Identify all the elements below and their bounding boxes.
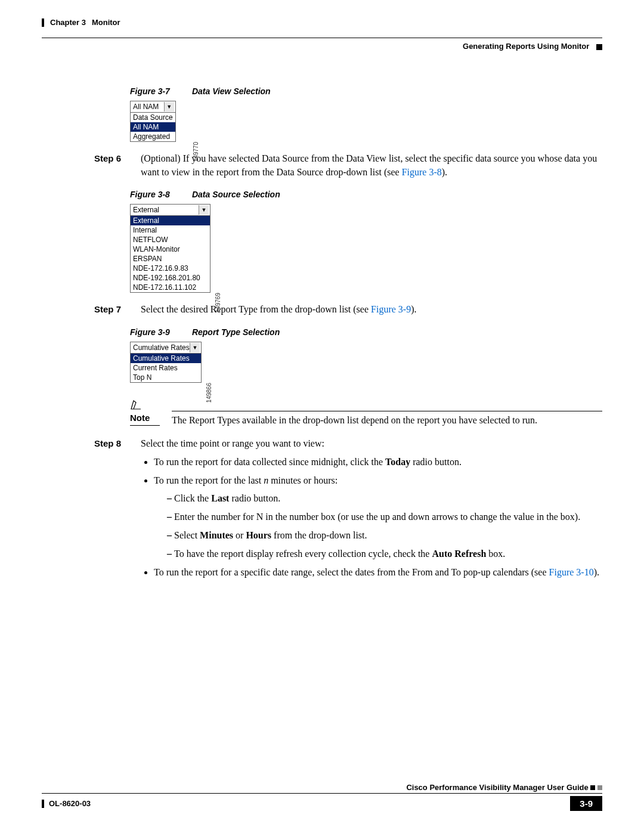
- data-source-dropdown[interactable]: External ▼: [130, 204, 210, 216]
- footer-square-icon: [597, 785, 602, 790]
- bullet-today: To run the report for data collected sin…: [154, 455, 602, 470]
- figure-7-caption: Figure 3-7 Data View Selection: [130, 86, 602, 96]
- figure-7-image: All NAM ▼ Data Source All NAM Aggregated…: [130, 101, 188, 142]
- data-source-options: External Internal NETFLOW WLAN-Monitor E…: [130, 216, 210, 293]
- dropdown-caret-icon: ▼: [199, 205, 209, 215]
- footer-bar-icon: [42, 800, 44, 808]
- data-source-option[interactable]: NDE-172.16.9.83: [131, 264, 210, 273]
- figure-9-num: Figure 3-9: [130, 327, 190, 337]
- section-header: Generating Reports Using Monitor: [42, 38, 602, 51]
- step-8-dashes: Click the Last radio button. Enter the n…: [167, 491, 602, 561]
- figure-3-9-link[interactable]: Figure 3-9: [371, 304, 411, 314]
- figure-3-8-link[interactable]: Figure 3-8: [402, 167, 442, 177]
- header-square-icon: [596, 44, 602, 50]
- report-type-option[interactable]: Current Rates: [131, 363, 201, 373]
- data-view-dropdown[interactable]: All NAM ▼: [130, 101, 176, 113]
- chapter-title: Monitor: [92, 18, 120, 27]
- report-type-selected: Cumulative Rates: [133, 343, 190, 352]
- data-view-option[interactable]: Data Source: [131, 113, 175, 122]
- figure-7-code: 149770: [193, 142, 199, 162]
- data-source-option[interactable]: NDE-172.16.11.102: [131, 283, 210, 292]
- footer-square-icon: [590, 785, 595, 790]
- report-type-option[interactable]: Top N: [131, 373, 201, 382]
- report-type-dropdown[interactable]: Cumulative Rates ▼: [130, 342, 202, 354]
- figure-8-caption: Figure 3-8 Data Source Selection: [130, 190, 602, 199]
- step-8-label: Step 8: [94, 436, 130, 584]
- dash-minutes-hours: Select Minutes or Hours from the drop-do…: [167, 528, 602, 543]
- dash-last: Click the Last radio button.: [167, 491, 602, 506]
- report-type-option[interactable]: Cumulative Rates: [131, 354, 201, 363]
- step-8-intro: Select the time point or range you want …: [141, 436, 602, 450]
- figure-8-title: Data Source Selection: [192, 190, 280, 199]
- bullet-date-range: To run the report for a specific date ra…: [154, 565, 602, 580]
- figure-9-code: 149866: [206, 383, 212, 402]
- running-header: Chapter 3 Monitor: [42, 18, 602, 27]
- figure-7-num: Figure 3-7: [130, 86, 190, 96]
- dropdown-caret-icon: ▼: [164, 102, 174, 112]
- page-number: 3-9: [570, 796, 602, 811]
- note-block: Note The Report Types available in the d…: [130, 400, 602, 426]
- main-content: Figure 3-7 Data View Selection All NAM ▼…: [130, 86, 602, 142]
- footer-doc-id: OL-8620-03: [49, 799, 91, 808]
- data-source-option[interactable]: NETFLOW: [131, 235, 210, 244]
- page-footer: Cisco Performance Visibility Manager Use…: [42, 783, 602, 811]
- data-source-option[interactable]: NDE-192.168.201.80: [131, 273, 210, 283]
- figure-7-title: Data View Selection: [192, 86, 271, 96]
- figure-8-image: External ▼ External Internal NETFLOW WLA…: [130, 204, 210, 293]
- step-8-bullets: To run the report for data collected sin…: [154, 455, 602, 580]
- chapter-label: Chapter 3: [50, 18, 86, 27]
- bullet-last-n: To run the report for the last n minutes…: [154, 473, 602, 562]
- figure-3-10-link[interactable]: Figure 3-10: [549, 567, 594, 577]
- step-6: Step 6 (Optional) If you have selected D…: [94, 151, 602, 179]
- data-view-option[interactable]: All NAM: [131, 122, 175, 132]
- note-label: Note: [130, 413, 160, 426]
- data-source-option[interactable]: ERSPAN: [131, 254, 210, 264]
- figure-9-image: Cumulative Rates ▼ Cumulative Rates Curr…: [130, 342, 202, 383]
- step-7-text-a: Select the desired Report Type from the …: [141, 304, 371, 314]
- dropdown-caret-icon: ▼: [190, 343, 200, 352]
- dash-number: Enter the number for N in the number box…: [167, 510, 602, 525]
- note-text: The Report Types available in the drop-d…: [172, 411, 602, 426]
- step-8: Step 8 Select the time point or range yo…: [94, 436, 602, 584]
- data-source-option[interactable]: Internal: [131, 225, 210, 235]
- data-view-options: Data Source All NAM Aggregated: [130, 113, 176, 142]
- data-source-selected: External: [133, 206, 159, 214]
- step-6-label: Step 6: [94, 151, 130, 179]
- step-6-text-b: ).: [442, 167, 447, 177]
- page: Chapter 3 Monitor Generating Reports Usi…: [0, 0, 644, 829]
- figure-9-title: Report Type Selection: [192, 327, 280, 337]
- data-source-option[interactable]: WLAN-Monitor: [131, 244, 210, 254]
- figure-8-code: 149769: [215, 293, 221, 312]
- section-title: Generating Reports Using Monitor: [463, 42, 589, 51]
- data-view-selected: All NAM: [133, 103, 159, 111]
- data-view-option[interactable]: Aggregated: [131, 132, 175, 141]
- footer-guide: Cisco Performance Visibility Manager Use…: [406, 783, 588, 792]
- figure-8-num: Figure 3-8: [130, 190, 190, 199]
- figure-9-caption: Figure 3-9 Report Type Selection: [130, 327, 602, 337]
- pencil-icon: [130, 400, 143, 410]
- dash-auto-refresh: To have the report display refresh every…: [167, 547, 602, 562]
- step-7-label: Step 7: [94, 302, 130, 316]
- report-type-options: Cumulative Rates Current Rates Top N: [130, 354, 202, 383]
- step-6-text-a: (Optional) If you have selected Data Sou…: [141, 153, 597, 177]
- data-source-option[interactable]: External: [131, 216, 210, 225]
- step-7-text-b: ).: [411, 304, 416, 314]
- step-7: Step 7 Select the desired Report Type fr…: [94, 302, 602, 316]
- header-bar-icon: [42, 18, 44, 27]
